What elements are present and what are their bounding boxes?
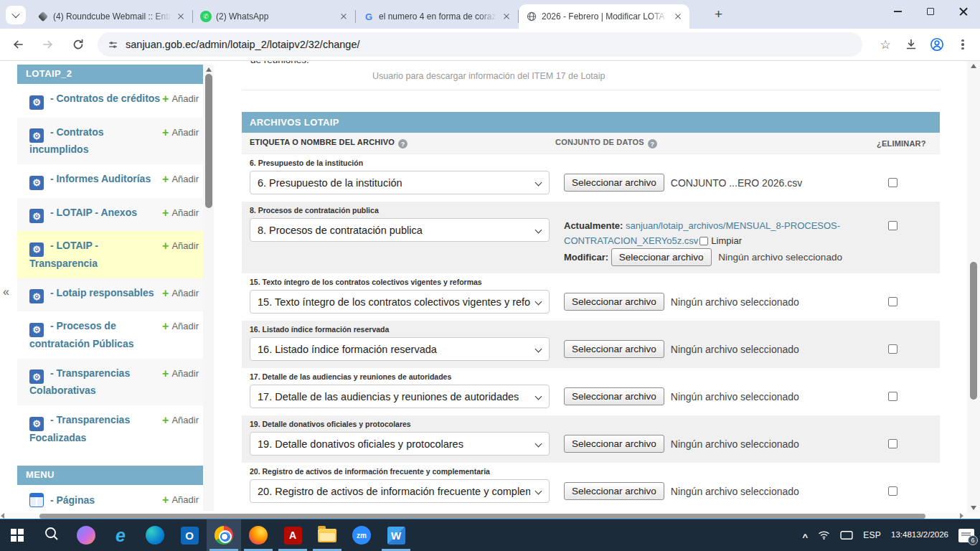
browser-tab-4[interactable]: 2026 - Febrero | Modificar LOTA	[519, 4, 689, 29]
add-link[interactable]: Añadir	[162, 207, 199, 220]
add-link[interactable]: Añadir	[162, 173, 199, 186]
sidebar-item-label[interactable]: - Transparencias Focalizadas	[29, 413, 162, 445]
close-tab-icon[interactable]	[175, 11, 187, 22]
display-button[interactable]	[840, 530, 853, 540]
scroll-down-icon[interactable]	[971, 506, 976, 510]
address-bar[interactable]: sanjuan.gob.ec/admin/lotaip_2/lotaipv2/3…	[98, 32, 862, 57]
add-link[interactable]: Añadir	[162, 93, 199, 105]
add-link[interactable]: Añadir	[162, 414, 199, 427]
forward-button[interactable]	[36, 32, 60, 57]
scroll-up-icon[interactable]	[971, 64, 976, 68]
select-file-button[interactable]: Seleccionar archivo	[564, 435, 664, 453]
scroll-up-icon[interactable]	[206, 67, 212, 72]
sidebar-item-label[interactable]: - LOTAIP - Anexos	[29, 206, 162, 224]
close-tab-icon[interactable]	[501, 11, 512, 22]
site-settings-icon[interactable]	[108, 39, 118, 50]
file-link[interactable]: CONTRATACION_XERYo5z.csv	[564, 235, 698, 246]
taskbar-word-button[interactable]: W	[379, 519, 413, 551]
select-file-button[interactable]: Seleccionar archivo	[564, 293, 664, 311]
delete-checkbox[interactable]	[888, 221, 897, 230]
select-file-button[interactable]: Seleccionar archivo	[564, 387, 664, 405]
select-file-button[interactable]: Seleccionar archivo	[564, 482, 664, 500]
close-tab-icon[interactable]	[672, 11, 684, 22]
add-link[interactable]: Añadir	[162, 126, 199, 139]
hidden-icons-button[interactable]: ^	[803, 532, 809, 542]
notification-center-button[interactable]: 6	[958, 529, 974, 542]
taskbar-copilot-button[interactable]	[69, 519, 103, 551]
delete-checkbox[interactable]	[888, 392, 897, 401]
delete-checkbox[interactable]	[888, 344, 897, 354]
taskbar-zoom-button[interactable]: zm	[344, 519, 379, 551]
scroll-right-icon[interactable]	[960, 513, 963, 519]
sidebar-item-label[interactable]: - Procesos de contratación Públicas	[29, 319, 162, 351]
page-scrollbar-thumb[interactable]	[970, 262, 977, 400]
taskbar-ie-button[interactable]: e	[103, 519, 138, 551]
new-tab-button[interactable]: +	[715, 7, 722, 22]
taskbar-outlook-button[interactable]: O	[172, 519, 207, 551]
maximize-button[interactable]	[914, 0, 947, 23]
add-link[interactable]: Añadir	[162, 287, 199, 300]
sidebar-item[interactable]: - LOTAIP - TransparenciaAñadir	[17, 231, 203, 278]
sidebar-item-label[interactable]: - Lotaip responsables	[29, 286, 162, 304]
sidebar-item[interactable]: - Contratos de créditosAñadir	[17, 84, 203, 118]
delete-checkbox[interactable]	[888, 297, 897, 306]
sidebar-item[interactable]: - LOTAIP - AnexosAñadir	[17, 198, 203, 232]
delete-checkbox[interactable]	[888, 439, 897, 448]
sidebar-item[interactable]: - Lotaip responsablesAñadir	[17, 278, 203, 312]
add-link[interactable]: Añadir	[162, 320, 199, 333]
bookmark-button[interactable]: ☆	[874, 33, 897, 56]
etiqueta-select[interactable]: 15. Texto íntegro de los contratos colec…	[250, 290, 550, 314]
sidebar-item-label[interactable]: - Informes Auditorías	[29, 172, 162, 190]
taskbar-search-button[interactable]	[34, 519, 69, 551]
select-file-button[interactable]: Seleccionar archivo	[611, 248, 712, 266]
browser-tab-3[interactable]: el numero 4 en forma de coraz	[356, 4, 518, 29]
collapse-sidebar-icon[interactable]	[3, 286, 9, 298]
sidebar-item-label[interactable]: - LOTAIP - Transparencia	[29, 239, 162, 270]
taskbar-chrome-button[interactable]	[207, 519, 241, 551]
sidebar-item[interactable]: - Procesos de contratación PúblicasAñadi…	[17, 311, 203, 359]
tab-search-button[interactable]	[6, 6, 26, 24]
taskbar-start-button[interactable]	[0, 519, 34, 551]
reload-button[interactable]	[66, 32, 90, 57]
sidebar-item[interactable]: - Transparencias ColaborativasAñadir	[17, 359, 203, 406]
sidebar-item[interactable]: - Transparencias FocalizadasAñadir	[17, 405, 203, 453]
url-text[interactable]: sanjuan.gob.ec/admin/lotaip_2/lotaipv2/3…	[126, 39, 360, 50]
taskbar-edge-button[interactable]	[138, 519, 172, 551]
horizontal-scrollbar-thumb[interactable]	[39, 514, 925, 519]
etiqueta-select[interactable]: 20. Registro de activos de información f…	[250, 479, 550, 503]
sidebar-item-label[interactable]: - Contratos de créditos	[29, 92, 162, 110]
select-file-button[interactable]: Seleccionar archivo	[564, 174, 664, 192]
sidebar-item-label[interactable]: - Contratos incumplidos	[29, 126, 162, 157]
sidebar-item[interactable]: - Contratos incumplidosAñadir	[17, 118, 203, 165]
sidebar-item-label[interactable]: - Transparencias Colaborativas	[29, 367, 162, 398]
select-file-button[interactable]: Seleccionar archivo	[564, 340, 664, 358]
sidebar-item[interactable]: - Informes AuditoríasAñadir	[17, 164, 203, 198]
sidebar-item[interactable]: - PáginasAñadir	[17, 485, 203, 514]
delete-checkbox[interactable]	[888, 178, 897, 187]
etiqueta-select[interactable]: 16. Listado índice formación reservada	[250, 337, 550, 361]
help-icon[interactable]	[398, 139, 407, 149]
language-indicator[interactable]: ESP	[863, 530, 881, 540]
etiqueta-select[interactable]: 19. Detalle donativos oficiales y protoc…	[250, 432, 550, 456]
browser-tab-1[interactable]: (4) Roundcube Webmail :: Entra	[30, 4, 192, 29]
taskbar-firefox-button[interactable]	[241, 519, 275, 551]
profile-button[interactable]	[925, 33, 948, 56]
etiqueta-select[interactable]: 8. Procesos de contratación publica	[250, 218, 550, 242]
minimize-button[interactable]	[881, 0, 914, 23]
menu-button[interactable]	[951, 33, 974, 56]
add-link[interactable]: Añadir	[162, 240, 199, 253]
clock[interactable]: 13:48 13/2/2026	[891, 529, 948, 541]
page-scrollbar[interactable]	[967, 61, 980, 513]
sidebar-scrollbar[interactable]	[203, 65, 214, 511]
add-link[interactable]: Añadir	[162, 367, 199, 380]
back-button[interactable]	[6, 32, 30, 57]
sidebar-item-label[interactable]: - Páginas	[29, 493, 162, 507]
help-icon[interactable]	[648, 139, 657, 149]
wifi-button[interactable]	[818, 530, 830, 540]
close-tab-icon[interactable]	[338, 11, 349, 22]
delete-checkbox[interactable]	[888, 486, 897, 496]
add-link[interactable]: Añadir	[162, 494, 199, 507]
etiqueta-select[interactable]: 6. Presupuesto de la institución	[250, 171, 550, 194]
horizontal-scrollbar[interactable]	[0, 513, 980, 519]
scroll-left-icon[interactable]	[1, 513, 4, 519]
